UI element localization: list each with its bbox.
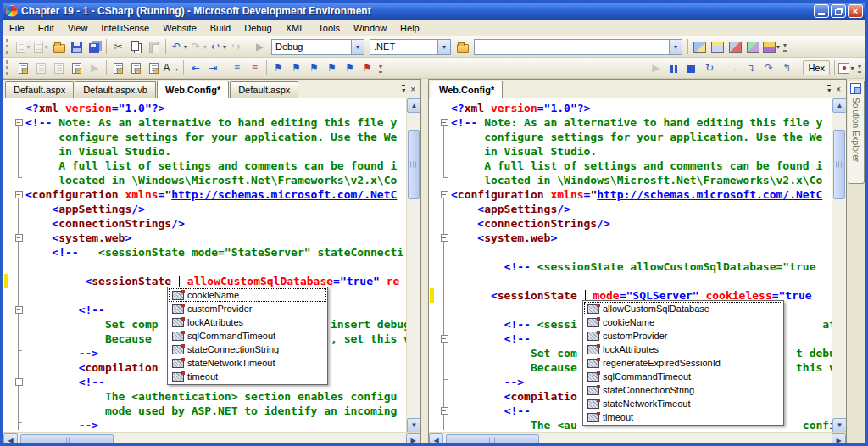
decrease-indent-button[interactable]: ⇤: [186, 59, 204, 77]
breakpoints-window-button[interactable]: ●▾: [837, 59, 855, 77]
tab-web-config-[interactable]: Web.Config*: [431, 81, 503, 98]
step-out-button[interactable]: ↰: [777, 59, 795, 77]
collapse-icon[interactable]: −: [441, 191, 448, 198]
intellisense-item[interactable]: lockAttributes: [169, 315, 326, 329]
pane-splitter[interactable]: [421, 79, 428, 446]
undo-button[interactable]: ↶▾: [169, 38, 188, 56]
view-designer-button[interactable]: [32, 59, 50, 77]
collapse-icon[interactable]: −: [441, 119, 448, 126]
tab-list-dropdown-icon[interactable]: ▾: [402, 85, 405, 94]
format-font-button[interactable]: A→: [163, 59, 181, 77]
web-browser-window-button[interactable]: [691, 38, 709, 56]
view-in-browser-button[interactable]: [68, 59, 86, 77]
hex-toggle[interactable]: Hex: [803, 60, 830, 75]
previous-bookmark-folder-button[interactable]: ⚑: [323, 59, 341, 77]
previous-bookmark-button[interactable]: ⚑: [287, 59, 305, 77]
scroll-thumb[interactable]: [408, 130, 420, 199]
right-horizontal-scrollbar[interactable]: ◀ ▶: [429, 432, 846, 446]
save-button[interactable]: [68, 38, 86, 56]
collapse-icon[interactable]: −: [15, 378, 23, 386]
intellisense-item[interactable]: stateConnectionString: [584, 383, 782, 397]
menu-item-help[interactable]: Help: [393, 21, 426, 35]
close-pane-icon[interactable]: ×: [410, 86, 415, 94]
menu-item-file[interactable]: File: [3, 21, 31, 35]
increase-indent-button[interactable]: ⇥: [204, 59, 222, 77]
collapse-icon[interactable]: −: [441, 407, 448, 415]
tab-default-aspx-vb[interactable]: Default.aspx.vb: [75, 81, 156, 98]
step-over-button[interactable]: ↷: [760, 59, 777, 77]
continue-button[interactable]: ▶: [647, 59, 665, 77]
navigate-forward-button[interactable]: ↪: [227, 38, 245, 56]
intellisense-item[interactable]: customProvider: [584, 329, 782, 343]
scroll-thumb[interactable]: [833, 130, 845, 199]
intellisense-item[interactable]: cookieName: [169, 288, 326, 302]
intellisense-item[interactable]: regenerateExpiredSessionId: [584, 356, 782, 370]
menu-item-intellisense[interactable]: IntelliSense: [94, 21, 156, 35]
intellisense-item[interactable]: sqlCommandTimeout: [584, 370, 782, 383]
next-bookmark-button[interactable]: ⚑: [305, 59, 323, 77]
toolbar-grip[interactable]: [6, 39, 11, 54]
right-vertical-scrollbar[interactable]: ▲ ▼: [832, 98, 846, 432]
intellisense-item[interactable]: cookieName: [584, 315, 782, 329]
scroll-track[interactable]: [443, 433, 832, 446]
save-all-button[interactable]: [86, 38, 103, 56]
chevron-down-icon[interactable]: ▾: [351, 40, 364, 54]
cut-button[interactable]: ✂: [109, 38, 127, 56]
scroll-track[interactable]: [407, 113, 420, 418]
menu-item-website[interactable]: Website: [156, 21, 203, 35]
chevron-down-icon[interactable]: ▾: [437, 40, 450, 54]
tab-list-dropdown-icon[interactable]: ▾: [827, 85, 831, 94]
toolbar-overflow-icon[interactable]: ▾: [783, 42, 787, 52]
redo-button[interactable]: ↷▾: [188, 38, 208, 56]
close-button[interactable]: ×: [848, 4, 863, 18]
menu-item-view[interactable]: View: [61, 21, 95, 35]
toolbar-overflow-icon[interactable]: ▾: [858, 64, 861, 73]
open-file-button[interactable]: [50, 38, 68, 56]
add-item-button[interactable]: ▾: [14, 38, 32, 56]
scroll-thumb[interactable]: [20, 434, 114, 446]
scroll-down-icon[interactable]: ▼: [407, 418, 420, 432]
left-vertical-scrollbar[interactable]: ▲ ▼: [406, 98, 420, 432]
collapse-icon[interactable]: −: [441, 335, 448, 343]
title-bar[interactable]: Chapter 19 - 1 - CSharp (Running) - Micr…: [3, 3, 865, 20]
break-all-button[interactable]: [665, 59, 682, 77]
comment-lines-button[interactable]: ≡: [228, 59, 246, 77]
intellisense-item[interactable]: stateNetworkTimeout: [584, 397, 782, 410]
intellisense-item[interactable]: customProvider: [169, 302, 326, 315]
next-bookmark-folder-button[interactable]: ⚑: [341, 59, 359, 77]
toggle-bookmark-button[interactable]: ⚑: [270, 59, 287, 77]
scroll-track[interactable]: [832, 113, 846, 418]
platform-combo[interactable]: .NET▾: [370, 39, 451, 55]
restore-button[interactable]: [831, 4, 846, 18]
stop-debugging-button[interactable]: [682, 59, 700, 77]
menu-item-debug[interactable]: Debug: [237, 21, 278, 35]
scroll-right-icon[interactable]: ▶: [832, 433, 846, 446]
uncomment-lines-button[interactable]: ≡: [246, 59, 264, 77]
tab-web-config-[interactable]: Web.Config*: [157, 81, 229, 98]
collapse-icon[interactable]: −: [441, 234, 448, 242]
collapse-icon[interactable]: −: [15, 234, 23, 242]
highlight-element-button[interactable]: [145, 59, 163, 77]
start-debug-button[interactable]: ▶: [251, 38, 269, 56]
scroll-thumb[interactable]: [446, 434, 539, 446]
scroll-left-icon[interactable]: ◀: [3, 433, 18, 446]
object-browser-button[interactable]: [726, 38, 744, 56]
intellisense-item[interactable]: stateConnectionString: [169, 343, 326, 356]
toolbar-overflow-icon[interactable]: ▾: [379, 64, 382, 73]
scroll-left-icon[interactable]: ◀: [429, 433, 443, 446]
solution-configurations-combo[interactable]: Debug▾: [271, 39, 364, 55]
properties-window-button[interactable]: [709, 38, 726, 56]
chevron-down-icon[interactable]: ▾: [669, 40, 682, 54]
scroll-up-icon[interactable]: ▲: [832, 98, 846, 113]
menu-item-xml[interactable]: XML: [279, 21, 312, 35]
intellisense-item[interactable]: sqlCommandTimeout: [169, 329, 326, 343]
intellisense-item[interactable]: timeout: [169, 370, 326, 383]
other-windows-button[interactable]: ▾: [762, 38, 781, 56]
menu-item-edit[interactable]: Edit: [31, 21, 61, 35]
step-into-button[interactable]: ↴: [742, 59, 760, 77]
solution-explorer-tab[interactable]: Solution Explorer: [848, 81, 865, 184]
paste-button[interactable]: [145, 38, 163, 56]
collapse-icon[interactable]: −: [15, 191, 23, 198]
find-combo[interactable]: ▾: [474, 39, 682, 55]
collapse-icon[interactable]: −: [15, 119, 23, 126]
